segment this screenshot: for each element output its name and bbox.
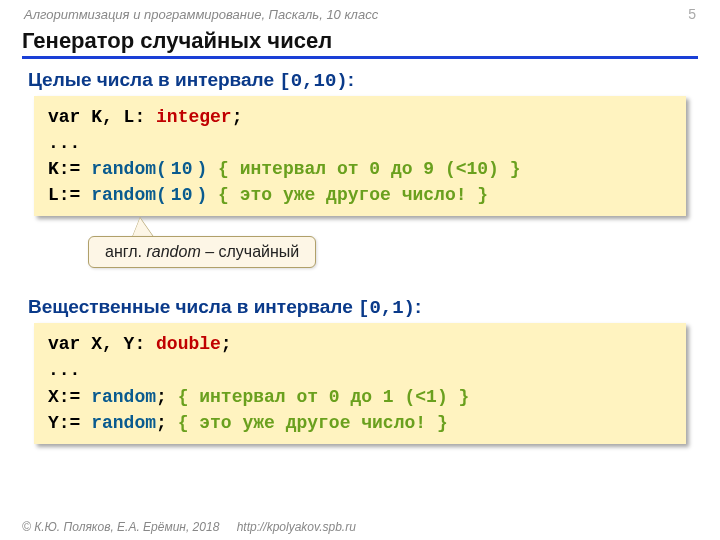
slide-footer: © К.Ю. Поляков, Е.А. Ерёмин, 2018 http:/… <box>22 520 356 534</box>
callout-tail <box>132 218 154 238</box>
slide-title: Генератор случайных чисел <box>22 28 698 59</box>
callout-random-translation: англ. random – случайный <box>88 236 316 268</box>
section2-label: Вещественные числа в интервале [0,1): <box>28 296 692 319</box>
code-block-integers: var K, L: integer; ... K:= random(10) { … <box>34 96 686 216</box>
page-number: 5 <box>688 6 696 22</box>
course-line: Алгоритмизация и программирование, Паска… <box>24 7 378 22</box>
callout-wrapper: англ. random – случайный <box>0 226 720 286</box>
copyright-text: © К.Ю. Поляков, Е.А. Ерёмин, 2018 <box>22 520 219 534</box>
footer-link: http://kpolyakov.spb.ru <box>237 520 356 534</box>
section1-label: Целые числа в интервале [0,10): <box>28 69 692 92</box>
slide-header: Алгоритмизация и программирование, Паска… <box>0 0 720 22</box>
code-block-doubles: var X, Y: double; ... X:= random; { инте… <box>34 323 686 443</box>
